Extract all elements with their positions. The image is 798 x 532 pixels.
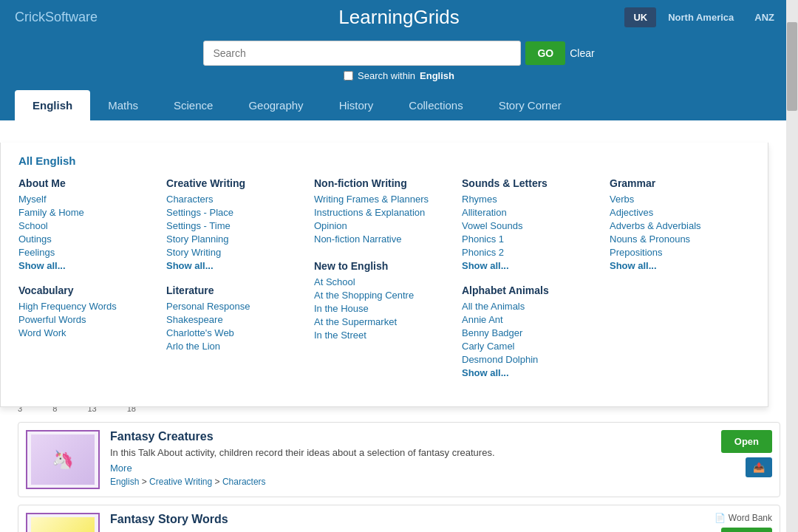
link-myself[interactable]: Myself bbox=[18, 194, 159, 205]
search-input[interactable] bbox=[203, 41, 521, 66]
link-desmond-dolphin[interactable]: Desmond Dolphin bbox=[462, 354, 602, 365]
section-grammar-title[interactable]: Grammar bbox=[610, 177, 750, 189]
dropdown-col-5: Grammar Verbs Adjectives Adverbs & Adver… bbox=[610, 177, 750, 392]
link-carly-camel[interactable]: Carly Camel bbox=[462, 341, 602, 352]
tab-science[interactable]: Science bbox=[156, 90, 231, 120]
show-all-grammar[interactable]: Show all... bbox=[610, 260, 750, 271]
link-vowel-sounds[interactable]: Vowel Sounds bbox=[462, 220, 602, 231]
section-nonfiction: Non-fiction Writing Writing Frames & Pla… bbox=[314, 177, 454, 247]
card-thumb-1: 🦄 bbox=[26, 430, 100, 489]
tab-story-corner[interactable]: Story Corner bbox=[481, 90, 579, 120]
link-feelings[interactable]: Feelings bbox=[18, 247, 159, 258]
link-charlottes-web[interactable]: Charlotte's Web bbox=[166, 327, 307, 338]
section-nonfiction-title[interactable]: Non-fiction Writing bbox=[314, 177, 454, 189]
link-instructions[interactable]: Instructions & Explanation bbox=[314, 207, 454, 218]
section-about-me: About Me Myself Family & Home School Out… bbox=[18, 177, 159, 271]
section-alphabet-animals: Alphabet Animals All the Animals Annie A… bbox=[462, 284, 602, 378]
dropdown-col-2: Creative Writing Characters Settings - P… bbox=[166, 177, 307, 392]
card-content-2: Fantasy Story Words This Word Bank provi… bbox=[110, 513, 707, 532]
dropdown-grid: About Me Myself Family & Home School Out… bbox=[18, 177, 750, 392]
nav-tabs: English Maths Science Geography History … bbox=[0, 90, 798, 120]
link-adjectives[interactable]: Adjectives bbox=[610, 207, 750, 218]
tab-collections[interactable]: Collections bbox=[391, 90, 480, 120]
link-rhymes[interactable]: Rhymes bbox=[462, 194, 602, 205]
link-nouns-pronouns[interactable]: Nouns & Pronouns bbox=[610, 233, 750, 245]
link-personal-response[interactable]: Personal Response bbox=[166, 301, 307, 312]
show-all-alphabet[interactable]: Show all... bbox=[462, 367, 602, 378]
link-at-school[interactable]: At School bbox=[314, 276, 454, 287]
link-in-the-house[interactable]: In the House bbox=[314, 303, 454, 314]
search-within-label: Search within bbox=[358, 70, 415, 81]
section-alphabet-animals-title[interactable]: Alphabet Animals bbox=[462, 284, 602, 296]
region-uk-button[interactable]: UK bbox=[624, 7, 656, 27]
link-story-planning[interactable]: Story Planning bbox=[166, 233, 307, 245]
link-prepositions[interactable]: Prepositions bbox=[610, 247, 750, 258]
link-arlo-lion[interactable]: Arlo the Lion bbox=[166, 341, 307, 352]
open-button-2[interactable]: Open bbox=[721, 528, 772, 532]
section-literature: Literature Personal Response Shakespeare… bbox=[166, 284, 307, 354]
section-sounds-letters-title[interactable]: Sounds & Letters bbox=[462, 177, 602, 189]
link-benny-badger[interactable]: Benny Badger bbox=[462, 327, 602, 338]
region-anz-button[interactable]: ANZ bbox=[746, 7, 783, 27]
card-more-1[interactable]: More bbox=[110, 463, 714, 474]
card-desc-1: In this Talk About activity, children re… bbox=[110, 446, 714, 460]
clear-button[interactable]: Clear bbox=[570, 47, 594, 59]
section-new-to-english: New to English At School At the Shopping… bbox=[314, 260, 454, 343]
go-button[interactable]: GO bbox=[525, 41, 565, 65]
show-all-creative-writing[interactable]: Show all... bbox=[166, 260, 307, 271]
link-phonics-1[interactable]: Phonics 1 bbox=[462, 233, 602, 245]
card-thumb-image-1: 🦄 bbox=[31, 434, 95, 485]
link-characters[interactable]: Characters bbox=[166, 194, 307, 205]
section-sounds-letters: Sounds & Letters Rhymes Alliteration Vow… bbox=[462, 177, 602, 271]
search-area: GO Clear Search within English bbox=[0, 35, 798, 90]
link-high-frequency[interactable]: High Frequency Words bbox=[18, 301, 159, 312]
card-content-1: Fantasy Creatures In this Talk About act… bbox=[110, 430, 714, 487]
link-writing-frames[interactable]: Writing Frames & Planners bbox=[314, 194, 454, 205]
share-button-1[interactable]: 📤 bbox=[746, 457, 772, 477]
scrollbar-thumb[interactable] bbox=[787, 22, 797, 111]
logo-software: Software bbox=[45, 10, 98, 24]
link-school[interactable]: School bbox=[18, 220, 159, 231]
dropdown-col-3: Non-fiction Writing Writing Frames & Pla… bbox=[314, 177, 454, 392]
link-supermarket[interactable]: At the Supermarket bbox=[314, 316, 454, 327]
show-all-about-me[interactable]: Show all... bbox=[18, 260, 159, 271]
card-title-2: Fantasy Story Words bbox=[110, 513, 707, 526]
card-title-1: Fantasy Creatures bbox=[110, 430, 714, 443]
header: CrickSoftware LearningGrids UK North Ame… bbox=[0, 0, 798, 35]
region-na-button[interactable]: North America bbox=[659, 7, 743, 27]
link-nonfiction-narrative[interactable]: Non-fiction Narrative bbox=[314, 233, 454, 245]
link-all-animals[interactable]: All the Animals bbox=[462, 301, 602, 312]
show-all-sounds[interactable]: Show all... bbox=[462, 260, 602, 271]
link-word-work[interactable]: Word Work bbox=[18, 327, 159, 338]
link-story-writing[interactable]: Story Writing bbox=[166, 247, 307, 258]
logo: CrickSoftware bbox=[15, 10, 98, 25]
link-annie-ant[interactable]: Annie Ant bbox=[462, 314, 602, 325]
link-settings-place[interactable]: Settings - Place bbox=[166, 207, 307, 218]
section-vocabulary-title[interactable]: Vocabulary bbox=[18, 284, 159, 296]
tab-history[interactable]: History bbox=[321, 90, 392, 120]
link-in-the-street[interactable]: In the Street bbox=[314, 330, 454, 341]
section-literature-title[interactable]: Literature bbox=[166, 284, 307, 296]
tab-maths[interactable]: Maths bbox=[90, 90, 156, 120]
link-adverbs[interactable]: Adverbs & Adverbials bbox=[610, 220, 750, 231]
link-opinion[interactable]: Opinion bbox=[314, 220, 454, 231]
link-shopping-centre[interactable]: At the Shopping Centre bbox=[314, 290, 454, 301]
section-creative-writing-title[interactable]: Creative Writing bbox=[166, 177, 307, 189]
card-type-label-2: Word Bank bbox=[729, 513, 772, 523]
tab-geography[interactable]: Geography bbox=[231, 90, 321, 120]
link-outings[interactable]: Outings bbox=[18, 233, 159, 245]
link-verbs[interactable]: Verbs bbox=[610, 194, 750, 205]
open-button-1[interactable]: Open bbox=[721, 430, 772, 453]
scrollbar[interactable] bbox=[786, 0, 798, 532]
search-within-checkbox[interactable] bbox=[344, 71, 353, 81]
link-settings-time[interactable]: Settings - Time bbox=[166, 220, 307, 231]
link-powerful-words[interactable]: Powerful Words bbox=[18, 314, 159, 325]
tab-english[interactable]: English bbox=[15, 90, 90, 120]
link-alliteration[interactable]: Alliteration bbox=[462, 207, 602, 218]
section-about-me-title[interactable]: About Me bbox=[18, 177, 159, 189]
all-english-link[interactable]: All English bbox=[18, 154, 750, 167]
link-family-home[interactable]: Family & Home bbox=[18, 207, 159, 218]
section-new-to-english-title[interactable]: New to English bbox=[314, 260, 454, 272]
link-shakespeare[interactable]: Shakespeare bbox=[166, 314, 307, 325]
link-phonics-2[interactable]: Phonics 2 bbox=[462, 247, 602, 258]
